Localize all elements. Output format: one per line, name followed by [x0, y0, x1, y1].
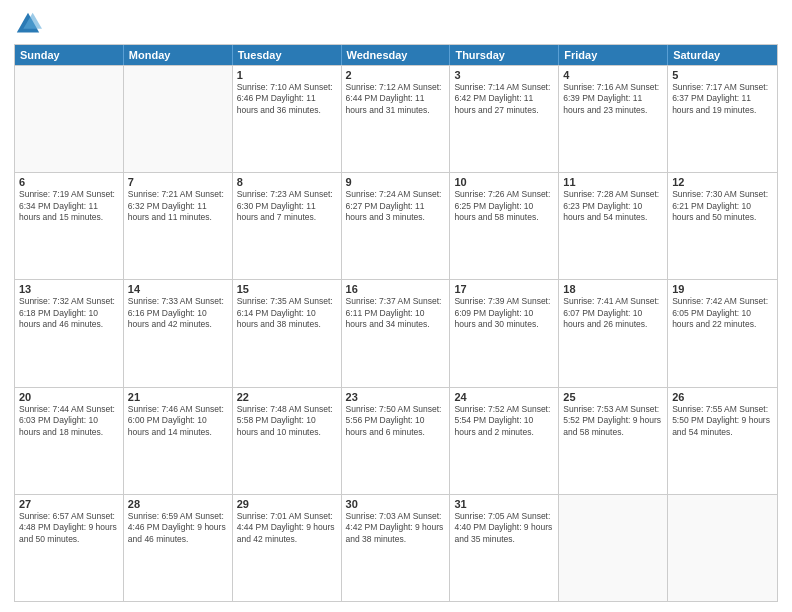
calendar-row-2: 13Sunrise: 7:32 AM Sunset: 6:18 PM Dayli…	[15, 279, 777, 386]
header-day-friday: Friday	[559, 45, 668, 65]
header-day-wednesday: Wednesday	[342, 45, 451, 65]
cell-info: Sunrise: 7:16 AM Sunset: 6:39 PM Dayligh…	[563, 82, 663, 116]
cell-info: Sunrise: 7:53 AM Sunset: 5:52 PM Dayligh…	[563, 404, 663, 438]
calendar-cell: 30Sunrise: 7:03 AM Sunset: 4:42 PM Dayli…	[342, 495, 451, 601]
day-number: 21	[128, 391, 228, 403]
day-number: 15	[237, 283, 337, 295]
logo-icon	[14, 10, 42, 38]
cell-info: Sunrise: 6:59 AM Sunset: 4:46 PM Dayligh…	[128, 511, 228, 545]
cell-info: Sunrise: 7:26 AM Sunset: 6:25 PM Dayligh…	[454, 189, 554, 223]
day-number: 24	[454, 391, 554, 403]
day-number: 26	[672, 391, 773, 403]
cell-info: Sunrise: 7:19 AM Sunset: 6:34 PM Dayligh…	[19, 189, 119, 223]
cell-info: Sunrise: 7:01 AM Sunset: 4:44 PM Dayligh…	[237, 511, 337, 545]
calendar-cell: 15Sunrise: 7:35 AM Sunset: 6:14 PM Dayli…	[233, 280, 342, 386]
day-number: 12	[672, 176, 773, 188]
cell-info: Sunrise: 7:55 AM Sunset: 5:50 PM Dayligh…	[672, 404, 773, 438]
calendar-cell: 31Sunrise: 7:05 AM Sunset: 4:40 PM Dayli…	[450, 495, 559, 601]
cell-info: Sunrise: 7:30 AM Sunset: 6:21 PM Dayligh…	[672, 189, 773, 223]
header-day-thursday: Thursday	[450, 45, 559, 65]
cell-info: Sunrise: 7:42 AM Sunset: 6:05 PM Dayligh…	[672, 296, 773, 330]
calendar-cell: 10Sunrise: 7:26 AM Sunset: 6:25 PM Dayli…	[450, 173, 559, 279]
calendar-cell: 26Sunrise: 7:55 AM Sunset: 5:50 PM Dayli…	[668, 388, 777, 494]
calendar-cell: 7Sunrise: 7:21 AM Sunset: 6:32 PM Daylig…	[124, 173, 233, 279]
day-number: 31	[454, 498, 554, 510]
day-number: 16	[346, 283, 446, 295]
calendar-cell: 1Sunrise: 7:10 AM Sunset: 6:46 PM Daylig…	[233, 66, 342, 172]
calendar-cell	[124, 66, 233, 172]
calendar-cell: 27Sunrise: 6:57 AM Sunset: 4:48 PM Dayli…	[15, 495, 124, 601]
header-day-saturday: Saturday	[668, 45, 777, 65]
calendar-cell: 5Sunrise: 7:17 AM Sunset: 6:37 PM Daylig…	[668, 66, 777, 172]
calendar-header: SundayMondayTuesdayWednesdayThursdayFrid…	[15, 45, 777, 65]
header-day-monday: Monday	[124, 45, 233, 65]
day-number: 29	[237, 498, 337, 510]
day-number: 19	[672, 283, 773, 295]
logo	[14, 10, 46, 38]
day-number: 17	[454, 283, 554, 295]
calendar-cell: 28Sunrise: 6:59 AM Sunset: 4:46 PM Dayli…	[124, 495, 233, 601]
day-number: 20	[19, 391, 119, 403]
calendar-cell	[559, 495, 668, 601]
calendar-cell: 14Sunrise: 7:33 AM Sunset: 6:16 PM Dayli…	[124, 280, 233, 386]
header-day-sunday: Sunday	[15, 45, 124, 65]
calendar-cell: 24Sunrise: 7:52 AM Sunset: 5:54 PM Dayli…	[450, 388, 559, 494]
cell-info: Sunrise: 7:44 AM Sunset: 6:03 PM Dayligh…	[19, 404, 119, 438]
calendar-cell: 3Sunrise: 7:14 AM Sunset: 6:42 PM Daylig…	[450, 66, 559, 172]
calendar-cell	[15, 66, 124, 172]
day-number: 18	[563, 283, 663, 295]
calendar-cell: 16Sunrise: 7:37 AM Sunset: 6:11 PM Dayli…	[342, 280, 451, 386]
calendar-cell: 4Sunrise: 7:16 AM Sunset: 6:39 PM Daylig…	[559, 66, 668, 172]
cell-info: Sunrise: 7:50 AM Sunset: 5:56 PM Dayligh…	[346, 404, 446, 438]
calendar-cell: 8Sunrise: 7:23 AM Sunset: 6:30 PM Daylig…	[233, 173, 342, 279]
header-day-tuesday: Tuesday	[233, 45, 342, 65]
cell-info: Sunrise: 7:35 AM Sunset: 6:14 PM Dayligh…	[237, 296, 337, 330]
calendar-cell: 12Sunrise: 7:30 AM Sunset: 6:21 PM Dayli…	[668, 173, 777, 279]
calendar-cell: 19Sunrise: 7:42 AM Sunset: 6:05 PM Dayli…	[668, 280, 777, 386]
calendar: SundayMondayTuesdayWednesdayThursdayFrid…	[14, 44, 778, 602]
cell-info: Sunrise: 7:41 AM Sunset: 6:07 PM Dayligh…	[563, 296, 663, 330]
day-number: 7	[128, 176, 228, 188]
day-number: 14	[128, 283, 228, 295]
day-number: 30	[346, 498, 446, 510]
cell-info: Sunrise: 7:24 AM Sunset: 6:27 PM Dayligh…	[346, 189, 446, 223]
cell-info: Sunrise: 7:32 AM Sunset: 6:18 PM Dayligh…	[19, 296, 119, 330]
day-number: 6	[19, 176, 119, 188]
cell-info: Sunrise: 7:39 AM Sunset: 6:09 PM Dayligh…	[454, 296, 554, 330]
calendar-cell: 17Sunrise: 7:39 AM Sunset: 6:09 PM Dayli…	[450, 280, 559, 386]
day-number: 22	[237, 391, 337, 403]
day-number: 27	[19, 498, 119, 510]
calendar-cell: 21Sunrise: 7:46 AM Sunset: 6:00 PM Dayli…	[124, 388, 233, 494]
calendar-cell: 20Sunrise: 7:44 AM Sunset: 6:03 PM Dayli…	[15, 388, 124, 494]
cell-info: Sunrise: 7:52 AM Sunset: 5:54 PM Dayligh…	[454, 404, 554, 438]
cell-info: Sunrise: 7:10 AM Sunset: 6:46 PM Dayligh…	[237, 82, 337, 116]
calendar-cell: 2Sunrise: 7:12 AM Sunset: 6:44 PM Daylig…	[342, 66, 451, 172]
day-number: 28	[128, 498, 228, 510]
calendar-cell: 22Sunrise: 7:48 AM Sunset: 5:58 PM Dayli…	[233, 388, 342, 494]
day-number: 3	[454, 69, 554, 81]
cell-info: Sunrise: 6:57 AM Sunset: 4:48 PM Dayligh…	[19, 511, 119, 545]
calendar-cell: 23Sunrise: 7:50 AM Sunset: 5:56 PM Dayli…	[342, 388, 451, 494]
calendar-body: 1Sunrise: 7:10 AM Sunset: 6:46 PM Daylig…	[15, 65, 777, 601]
cell-info: Sunrise: 7:23 AM Sunset: 6:30 PM Dayligh…	[237, 189, 337, 223]
cell-info: Sunrise: 7:14 AM Sunset: 6:42 PM Dayligh…	[454, 82, 554, 116]
day-number: 9	[346, 176, 446, 188]
cell-info: Sunrise: 7:46 AM Sunset: 6:00 PM Dayligh…	[128, 404, 228, 438]
page: SundayMondayTuesdayWednesdayThursdayFrid…	[0, 0, 792, 612]
day-number: 11	[563, 176, 663, 188]
cell-info: Sunrise: 7:33 AM Sunset: 6:16 PM Dayligh…	[128, 296, 228, 330]
calendar-cell: 9Sunrise: 7:24 AM Sunset: 6:27 PM Daylig…	[342, 173, 451, 279]
calendar-cell: 25Sunrise: 7:53 AM Sunset: 5:52 PM Dayli…	[559, 388, 668, 494]
cell-info: Sunrise: 7:48 AM Sunset: 5:58 PM Dayligh…	[237, 404, 337, 438]
cell-info: Sunrise: 7:05 AM Sunset: 4:40 PM Dayligh…	[454, 511, 554, 545]
calendar-cell: 11Sunrise: 7:28 AM Sunset: 6:23 PM Dayli…	[559, 173, 668, 279]
calendar-cell	[668, 495, 777, 601]
calendar-cell: 29Sunrise: 7:01 AM Sunset: 4:44 PM Dayli…	[233, 495, 342, 601]
day-number: 5	[672, 69, 773, 81]
cell-info: Sunrise: 7:03 AM Sunset: 4:42 PM Dayligh…	[346, 511, 446, 545]
cell-info: Sunrise: 7:37 AM Sunset: 6:11 PM Dayligh…	[346, 296, 446, 330]
header	[14, 10, 778, 38]
day-number: 1	[237, 69, 337, 81]
calendar-cell: 6Sunrise: 7:19 AM Sunset: 6:34 PM Daylig…	[15, 173, 124, 279]
cell-info: Sunrise: 7:12 AM Sunset: 6:44 PM Dayligh…	[346, 82, 446, 116]
